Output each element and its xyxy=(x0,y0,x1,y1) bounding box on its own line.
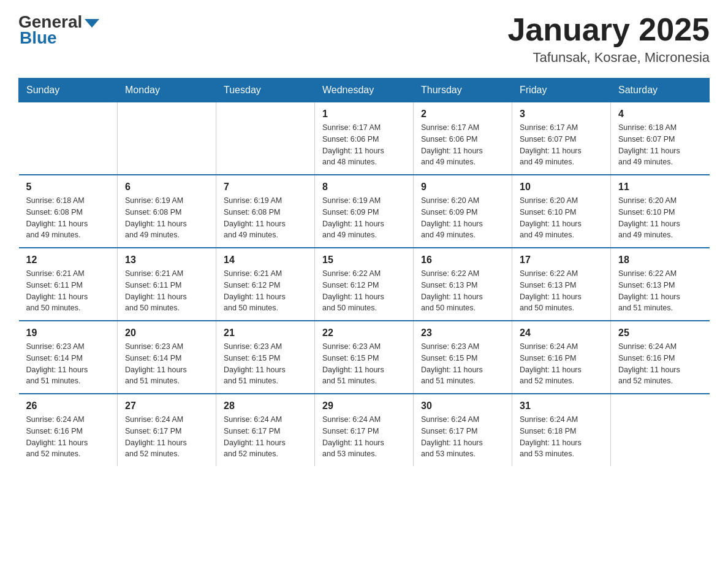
location-title: Tafunsak, Kosrae, Micronesia xyxy=(507,50,710,66)
calendar-week-row: 26Sunrise: 6:24 AM Sunset: 6:16 PM Dayli… xyxy=(19,394,710,466)
day-number: 21 xyxy=(224,327,307,339)
day-info: Sunrise: 6:21 AM Sunset: 6:12 PM Dayligh… xyxy=(224,268,307,314)
calendar-cell: 4Sunrise: 6:18 AM Sunset: 6:07 PM Daylig… xyxy=(611,102,710,175)
day-info: Sunrise: 6:22 AM Sunset: 6:13 PM Dayligh… xyxy=(520,268,603,314)
calendar-cell xyxy=(19,102,118,175)
page-header: General Blue January 2025 Tafunsak, Kosr… xyxy=(18,12,710,66)
weekday-header-row: SundayMondayTuesdayWednesdayThursdayFrid… xyxy=(19,79,710,102)
day-number: 7 xyxy=(224,182,307,193)
day-number: 4 xyxy=(618,109,702,120)
calendar-cell: 25Sunrise: 6:24 AM Sunset: 6:16 PM Dayli… xyxy=(611,321,710,394)
day-info: Sunrise: 6:24 AM Sunset: 6:17 PM Dayligh… xyxy=(224,414,307,460)
day-info: Sunrise: 6:19 AM Sunset: 6:08 PM Dayligh… xyxy=(224,195,307,241)
weekday-header-tuesday: Tuesday xyxy=(216,79,315,102)
calendar-cell: 1Sunrise: 6:17 AM Sunset: 6:06 PM Daylig… xyxy=(315,102,414,175)
calendar-cell xyxy=(611,394,710,466)
title-section: January 2025 Tafunsak, Kosrae, Micronesi… xyxy=(507,12,710,66)
calendar-cell: 8Sunrise: 6:19 AM Sunset: 6:09 PM Daylig… xyxy=(315,175,414,248)
day-number: 2 xyxy=(421,109,504,120)
calendar-cell: 27Sunrise: 6:24 AM Sunset: 6:17 PM Dayli… xyxy=(118,394,216,466)
weekday-header-monday: Monday xyxy=(118,79,216,102)
day-number: 5 xyxy=(26,182,110,193)
day-info: Sunrise: 6:23 AM Sunset: 6:15 PM Dayligh… xyxy=(322,341,406,387)
calendar-cell: 20Sunrise: 6:23 AM Sunset: 6:14 PM Dayli… xyxy=(118,321,216,394)
day-number: 30 xyxy=(421,400,504,412)
calendar-cell xyxy=(216,102,315,175)
calendar-table: SundayMondayTuesdayWednesdayThursdayFrid… xyxy=(18,78,710,466)
day-number: 3 xyxy=(520,109,603,120)
day-number: 25 xyxy=(618,327,702,339)
calendar-cell: 13Sunrise: 6:21 AM Sunset: 6:11 PM Dayli… xyxy=(118,248,216,321)
day-number: 6 xyxy=(125,182,208,193)
day-number: 29 xyxy=(322,400,406,412)
day-number: 16 xyxy=(421,255,504,266)
calendar-cell: 16Sunrise: 6:22 AM Sunset: 6:13 PM Dayli… xyxy=(414,248,512,321)
calendar-week-row: 5Sunrise: 6:18 AM Sunset: 6:08 PM Daylig… xyxy=(19,175,710,248)
calendar-cell: 24Sunrise: 6:24 AM Sunset: 6:16 PM Dayli… xyxy=(512,321,611,394)
day-info: Sunrise: 6:17 AM Sunset: 6:06 PM Dayligh… xyxy=(322,122,406,168)
day-number: 24 xyxy=(520,327,603,339)
calendar-cell: 5Sunrise: 6:18 AM Sunset: 6:08 PM Daylig… xyxy=(19,175,118,248)
calendar-cell: 26Sunrise: 6:24 AM Sunset: 6:16 PM Dayli… xyxy=(19,394,118,466)
weekday-header-saturday: Saturday xyxy=(611,79,710,102)
day-info: Sunrise: 6:22 AM Sunset: 6:12 PM Dayligh… xyxy=(322,268,406,314)
day-info: Sunrise: 6:23 AM Sunset: 6:15 PM Dayligh… xyxy=(421,341,504,387)
calendar-cell: 11Sunrise: 6:20 AM Sunset: 6:10 PM Dayli… xyxy=(611,175,710,248)
calendar-cell: 12Sunrise: 6:21 AM Sunset: 6:11 PM Dayli… xyxy=(19,248,118,321)
logo: General Blue xyxy=(18,12,99,48)
day-number: 8 xyxy=(322,182,406,193)
calendar-cell: 9Sunrise: 6:20 AM Sunset: 6:09 PM Daylig… xyxy=(414,175,512,248)
day-info: Sunrise: 6:21 AM Sunset: 6:11 PM Dayligh… xyxy=(26,268,110,314)
day-number: 14 xyxy=(224,255,307,266)
day-number: 11 xyxy=(618,182,702,193)
day-info: Sunrise: 6:18 AM Sunset: 6:07 PM Dayligh… xyxy=(618,122,702,168)
calendar-cell: 31Sunrise: 6:24 AM Sunset: 6:18 PM Dayli… xyxy=(512,394,611,466)
day-info: Sunrise: 6:20 AM Sunset: 6:10 PM Dayligh… xyxy=(520,195,603,241)
calendar-cell: 7Sunrise: 6:19 AM Sunset: 6:08 PM Daylig… xyxy=(216,175,315,248)
day-number: 17 xyxy=(520,255,603,266)
day-info: Sunrise: 6:19 AM Sunset: 6:09 PM Dayligh… xyxy=(322,195,406,241)
calendar-cell: 15Sunrise: 6:22 AM Sunset: 6:12 PM Dayli… xyxy=(315,248,414,321)
day-info: Sunrise: 6:24 AM Sunset: 6:16 PM Dayligh… xyxy=(520,341,603,387)
calendar-cell: 19Sunrise: 6:23 AM Sunset: 6:14 PM Dayli… xyxy=(19,321,118,394)
calendar-week-row: 19Sunrise: 6:23 AM Sunset: 6:14 PM Dayli… xyxy=(19,321,710,394)
day-number: 15 xyxy=(322,255,406,266)
weekday-header-friday: Friday xyxy=(512,79,611,102)
month-title: January 2025 xyxy=(507,12,710,47)
day-number: 28 xyxy=(224,400,307,412)
weekday-header-wednesday: Wednesday xyxy=(315,79,414,102)
calendar-cell: 28Sunrise: 6:24 AM Sunset: 6:17 PM Dayli… xyxy=(216,394,315,466)
day-info: Sunrise: 6:24 AM Sunset: 6:16 PM Dayligh… xyxy=(26,414,110,460)
day-number: 31 xyxy=(520,400,603,412)
day-number: 10 xyxy=(520,182,603,193)
day-number: 27 xyxy=(125,400,208,412)
calendar-cell: 6Sunrise: 6:19 AM Sunset: 6:08 PM Daylig… xyxy=(118,175,216,248)
day-number: 13 xyxy=(125,255,208,266)
weekday-header-thursday: Thursday xyxy=(414,79,512,102)
logo-blue-text: Blue xyxy=(18,28,57,48)
logo-arrow-icon xyxy=(85,19,99,28)
calendar-cell: 10Sunrise: 6:20 AM Sunset: 6:10 PM Dayli… xyxy=(512,175,611,248)
calendar-cell: 29Sunrise: 6:24 AM Sunset: 6:17 PM Dayli… xyxy=(315,394,414,466)
calendar-cell: 23Sunrise: 6:23 AM Sunset: 6:15 PM Dayli… xyxy=(414,321,512,394)
day-info: Sunrise: 6:24 AM Sunset: 6:16 PM Dayligh… xyxy=(618,341,702,387)
day-info: Sunrise: 6:19 AM Sunset: 6:08 PM Dayligh… xyxy=(125,195,208,241)
calendar-cell: 18Sunrise: 6:22 AM Sunset: 6:13 PM Dayli… xyxy=(611,248,710,321)
day-info: Sunrise: 6:20 AM Sunset: 6:09 PM Dayligh… xyxy=(421,195,504,241)
day-info: Sunrise: 6:22 AM Sunset: 6:13 PM Dayligh… xyxy=(618,268,702,314)
day-number: 19 xyxy=(26,327,110,339)
day-number: 22 xyxy=(322,327,406,339)
calendar-cell: 17Sunrise: 6:22 AM Sunset: 6:13 PM Dayli… xyxy=(512,248,611,321)
calendar-cell xyxy=(118,102,216,175)
day-number: 18 xyxy=(618,255,702,266)
calendar-cell: 3Sunrise: 6:17 AM Sunset: 6:07 PM Daylig… xyxy=(512,102,611,175)
day-info: Sunrise: 6:22 AM Sunset: 6:13 PM Dayligh… xyxy=(421,268,504,314)
weekday-header-sunday: Sunday xyxy=(19,79,118,102)
day-info: Sunrise: 6:17 AM Sunset: 6:07 PM Dayligh… xyxy=(520,122,603,168)
day-info: Sunrise: 6:24 AM Sunset: 6:18 PM Dayligh… xyxy=(520,414,603,460)
day-number: 26 xyxy=(26,400,110,412)
day-info: Sunrise: 6:20 AM Sunset: 6:10 PM Dayligh… xyxy=(618,195,702,241)
day-number: 23 xyxy=(421,327,504,339)
day-number: 12 xyxy=(26,255,110,266)
day-number: 9 xyxy=(421,182,504,193)
